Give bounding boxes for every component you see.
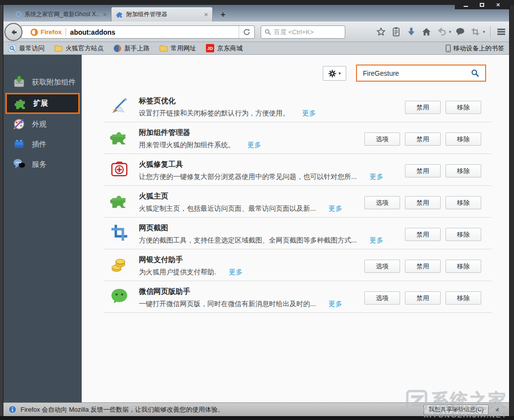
tools-for-addons-button[interactable]: ▾ bbox=[323, 66, 346, 81]
browser-search-bar[interactable]: 百度 <Ctrl+K> bbox=[261, 25, 345, 39]
bookmark-star-button[interactable] bbox=[375, 25, 387, 38]
bookmark-folder-common-sites[interactable]: 常用网址 bbox=[159, 44, 196, 53]
bookmark-folder-firefox-official[interactable]: 火狐官方站点 bbox=[54, 44, 104, 53]
search-icon bbox=[265, 29, 271, 35]
addons-search-icon[interactable] bbox=[471, 69, 479, 77]
remove-button[interactable]: 移除 bbox=[446, 164, 481, 177]
options-button[interactable]: 选项 bbox=[364, 291, 400, 305]
minimize-icon bbox=[464, 6, 468, 7]
firefox-badge[interactable]: Firefox bbox=[30, 28, 62, 36]
coins-icon bbox=[110, 255, 129, 274]
disable-button[interactable]: 禁用 bbox=[405, 164, 441, 177]
options-button[interactable]: 选项 bbox=[364, 260, 400, 273]
addon-info: 微信网页版助手一键打开微信网页版，同时在微信有新消息时给出及时的...更多 bbox=[139, 287, 364, 309]
feedback-bubble-button[interactable] bbox=[454, 25, 466, 38]
undo-history-button[interactable] bbox=[436, 25, 447, 38]
addon-row[interactable]: 附加组件管理器用来管理火狐的附加组件系统。更多选项禁用移除 bbox=[104, 122, 492, 154]
undo-dropdown-caret[interactable]: ▾ bbox=[449, 29, 451, 34]
window-frame-bottom bbox=[0, 416, 514, 420]
addon-name: 标签页优化 bbox=[139, 96, 405, 106]
sidebar-item-get-addons[interactable]: 获取附加组件 bbox=[3, 72, 82, 92]
tab-bar: 系统之家官网_最新Ghost X... × 附加组件管理器 × + bbox=[3, 5, 509, 22]
addon-row[interactable]: 火狐修复工具让您方便的一键修复大部分浏览器使用中的常见问题，也可以针对您所...… bbox=[104, 154, 492, 186]
addon-description-line: 一键打开微信网页版，同时在微信有新消息时给出及时的...更多 bbox=[139, 300, 364, 309]
options-button[interactable]: 选项 bbox=[364, 196, 400, 209]
window-controls: × bbox=[455, 0, 509, 9]
remove-button[interactable]: 移除 bbox=[446, 228, 481, 241]
close-button[interactable]: × bbox=[490, 0, 506, 9]
bookmark-most-visited[interactable]: 最常访问 bbox=[8, 44, 45, 53]
plugins-icon bbox=[13, 137, 25, 152]
addon-description-line: 设置打开链接和关闭标签的默认行为，方便使用。更多 bbox=[139, 109, 405, 118]
more-link[interactable]: 更多 bbox=[247, 141, 261, 149]
remove-button[interactable]: 移除 bbox=[446, 133, 481, 146]
new-tab-button[interactable]: + bbox=[216, 10, 230, 20]
addon-row[interactable]: 网银支付助手为火狐用户提供支付帮助.更多选项禁用移除 bbox=[104, 249, 492, 281]
back-button[interactable] bbox=[4, 23, 22, 41]
notification-close-icon[interactable]: × bbox=[495, 406, 499, 414]
url-text[interactable]: about:addons bbox=[70, 28, 239, 36]
addon-buttons: 禁用移除 bbox=[405, 228, 481, 241]
addon-info: 网银支付助手为火狐用户提供支付帮助.更多 bbox=[139, 255, 364, 277]
mobile-bookmarks[interactable]: 移动设备上的书签 bbox=[446, 44, 504, 53]
url-bar[interactable]: Firefox about:addons bbox=[21, 25, 255, 39]
disable-button[interactable]: 禁用 bbox=[405, 228, 441, 241]
addon-info: 网页截图方便的截图工具，支持任意选定区域截图、全网页截图等多种截图方式...更多 bbox=[139, 223, 405, 245]
disable-button[interactable]: 禁用 bbox=[405, 291, 441, 305]
addon-row[interactable]: 标签页优化设置打开链接和关闭标签的默认行为，方便使用。更多禁用移除 bbox=[104, 90, 492, 122]
disable-button[interactable]: 禁用 bbox=[405, 101, 441, 114]
more-link[interactable]: 更多 bbox=[370, 173, 383, 180]
extensions-icon bbox=[14, 96, 27, 111]
folder-icon bbox=[159, 45, 168, 52]
disable-button[interactable]: 禁用 bbox=[405, 260, 441, 273]
sidebar-item-appearance[interactable]: 外观 bbox=[3, 114, 82, 134]
more-link[interactable]: 更多 bbox=[302, 109, 316, 117]
addon-name: 火狐修复工具 bbox=[139, 160, 405, 169]
minimize-button[interactable] bbox=[458, 0, 474, 9]
remove-button[interactable]: 移除 bbox=[446, 101, 481, 114]
addons-search-field[interactable] bbox=[356, 65, 486, 82]
bookmarks-menu-button[interactable] bbox=[390, 25, 402, 38]
options-button[interactable]: 选项 bbox=[364, 133, 400, 146]
disable-button[interactable]: 禁用 bbox=[405, 133, 441, 146]
tab-xitongzhijia[interactable]: 系统之家官网_最新Ghost X... × bbox=[11, 7, 111, 22]
addon-description: 火狐定制主页，包括最近访问页面、最常访问页面以及新... bbox=[139, 204, 316, 212]
more-link[interactable]: 更多 bbox=[329, 300, 342, 308]
more-link[interactable]: 更多 bbox=[370, 236, 383, 244]
loading-spinner-icon bbox=[16, 11, 22, 17]
bookmark-getting-started[interactable]: 新手上路 bbox=[113, 44, 150, 53]
sidebar-item-plugins[interactable]: 插件 bbox=[3, 134, 82, 155]
tab-close-icon[interactable]: × bbox=[103, 11, 107, 18]
downloads-button[interactable] bbox=[405, 25, 417, 38]
addon-row[interactable]: 火狐主页火狐定制主页，包括最近访问页面、最常访问页面以及新...更多选项禁用移除 bbox=[104, 186, 492, 218]
remove-button[interactable]: 移除 bbox=[446, 291, 481, 305]
remove-button[interactable]: 移除 bbox=[446, 260, 481, 273]
addon-name: 附加组件管理器 bbox=[139, 128, 364, 137]
tab-label: 系统之家官网_最新Ghost X... bbox=[24, 10, 100, 19]
tab-addons-manager[interactable]: 附加组件管理器 × bbox=[111, 7, 213, 22]
home-button[interactable] bbox=[421, 25, 432, 38]
addon-row[interactable]: 网页截图方便的截图工具，支持任意选定区域截图、全网页截图等多种截图方式...更多… bbox=[104, 218, 492, 249]
tab-close-icon[interactable]: × bbox=[204, 11, 208, 18]
addon-description: 方便的截图工具，支持任意选定区域截图、全网页截图等多种截图方式... bbox=[139, 236, 357, 244]
screenshot-tool-button[interactable] bbox=[469, 25, 481, 38]
screenshot-dropdown-caret[interactable]: ▾ bbox=[483, 29, 485, 34]
addons-search-input[interactable] bbox=[363, 69, 471, 77]
sidebar-item-extensions[interactable]: 扩展 bbox=[5, 93, 80, 114]
bookmark-label: 常用网址 bbox=[171, 44, 196, 53]
more-link[interactable]: 更多 bbox=[229, 268, 243, 276]
maximize-button[interactable] bbox=[474, 0, 490, 9]
choose-what-i-share-button[interactable]: 我想共享哪些信息(C) bbox=[424, 404, 489, 415]
disable-button[interactable]: 禁用 bbox=[405, 196, 441, 209]
addon-description: 设置打开链接和关闭标签的默认行为，方便使用。 bbox=[139, 109, 290, 117]
remove-button[interactable]: 移除 bbox=[446, 196, 481, 209]
addon-row[interactable]: 微信网页版助手一键打开微信网页版，同时在微信有新消息时给出及时的...更多选项禁… bbox=[104, 281, 492, 313]
more-link[interactable]: 更多 bbox=[329, 204, 342, 212]
bookmark-jd[interactable]: JD 京东商城 bbox=[206, 44, 243, 53]
menu-button[interactable] bbox=[495, 25, 507, 38]
sidebar-item-services[interactable]: 服务 bbox=[3, 155, 82, 175]
reload-button[interactable] bbox=[239, 26, 254, 38]
telemetry-notification-bar: Firefox 会自动向 Mozilla 反馈一些数据，让我们能够改善您的使用体… bbox=[3, 402, 509, 416]
url-divider bbox=[66, 28, 66, 36]
addon-info: 附加组件管理器用来管理火狐的附加组件系统。更多 bbox=[139, 128, 364, 150]
